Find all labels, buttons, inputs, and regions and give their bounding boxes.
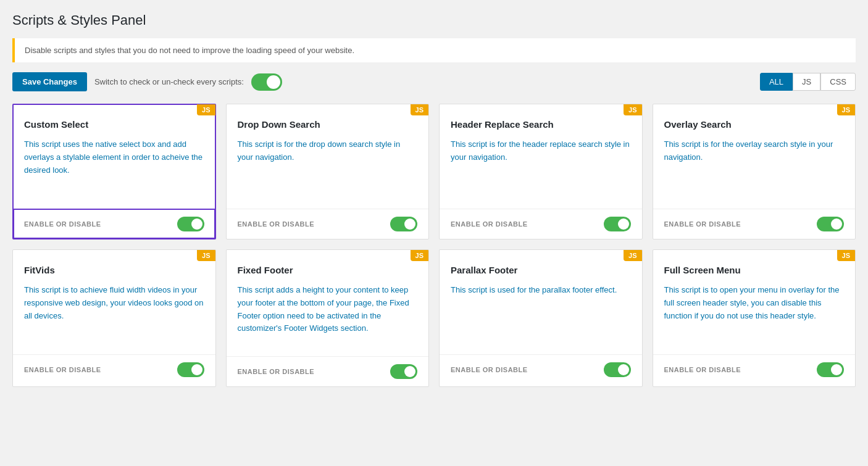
switch-label: Switch to check or un-check every script… xyxy=(94,77,244,86)
card-title-drop-down-search: Drop Down Search xyxy=(238,119,418,130)
toggle-slider-fixed-footer xyxy=(390,364,417,379)
filter-js-button[interactable]: JS xyxy=(793,73,820,91)
card-inner: JS Drop Down Search This script is for t… xyxy=(227,104,429,209)
card-title-header-replace-search: Header Replace Search xyxy=(451,119,631,130)
card-desc-drop-down-search: This script is for the drop down search … xyxy=(238,138,418,188)
global-toggle-slider xyxy=(251,73,282,91)
card-badge-full-screen-menu: JS xyxy=(837,250,855,261)
card-inner: JS Full Screen Menu This script is to op… xyxy=(653,250,856,354)
enable-label-parallax-footer: ENABLE OR DISABLE xyxy=(451,366,528,373)
toggle-slider-parallax-footer xyxy=(604,362,631,377)
card-badge-fitvids: JS xyxy=(197,250,215,261)
card-badge-header-replace-search: JS xyxy=(624,104,641,115)
toggle-drop-down-search[interactable] xyxy=(390,217,417,231)
cards-grid: JS Custom Select This script uses the na… xyxy=(12,104,856,387)
toolbar-left: Save Changes Switch to check or un-check… xyxy=(12,72,282,91)
card-footer-parallax-footer: ENABLE OR DISABLE xyxy=(440,354,642,385)
notice-text: Disable scripts and styles that you do n… xyxy=(25,46,354,55)
card-custom-select: JS Custom Select This script uses the na… xyxy=(12,104,216,239)
toolbar: Save Changes Switch to check or un-check… xyxy=(12,72,856,91)
toggle-fitvids[interactable] xyxy=(177,362,204,377)
toggle-slider-custom-select xyxy=(177,217,204,231)
enable-label-fixed-footer: ENABLE OR DISABLE xyxy=(238,368,315,375)
card-badge-custom-select: JS xyxy=(197,104,215,115)
card-desc-parallax-footer: This script is used for the parallax foo… xyxy=(451,284,631,333)
card-desc-fitvids: This script is to achieve fluid width vi… xyxy=(24,284,204,333)
card-title-custom-select: Custom Select xyxy=(24,119,204,130)
card-inner: JS Header Replace Search This script is … xyxy=(440,104,642,209)
card-title-full-screen-menu: Full Screen Menu xyxy=(664,265,845,275)
card-full-screen-menu: JS Full Screen Menu This script is to op… xyxy=(653,249,856,387)
enable-label-header-replace-search: ENABLE OR DISABLE xyxy=(451,220,528,228)
toggle-slider-overlay-search xyxy=(817,217,844,231)
save-button[interactable]: Save Changes xyxy=(12,72,87,91)
card-desc-overlay-search: This script is for the overlay search st… xyxy=(664,138,845,188)
card-fitvids: JS FitVids This script is to achieve flu… xyxy=(12,249,216,387)
card-inner: JS Fixed Footer This script adds a heigh… xyxy=(227,250,429,356)
card-badge-overlay-search: JS xyxy=(837,104,855,115)
card-footer-overlay-search: ENABLE OR DISABLE xyxy=(653,209,856,239)
card-badge-fixed-footer: JS xyxy=(411,250,428,261)
filter-group: ALL JS CSS xyxy=(760,73,856,91)
enable-label-custom-select: ENABLE OR DISABLE xyxy=(24,220,101,228)
card-footer-custom-select: ENABLE OR DISABLE xyxy=(13,209,215,239)
card-title-fitvids: FitVids xyxy=(24,265,204,275)
card-footer-full-screen-menu: ENABLE OR DISABLE xyxy=(653,354,856,385)
filter-all-button[interactable]: ALL xyxy=(760,73,793,91)
card-footer-fitvids: ENABLE OR DISABLE xyxy=(13,354,215,385)
enable-label-drop-down-search: ENABLE OR DISABLE xyxy=(238,220,315,228)
card-parallax-footer: JS Parallax Footer This script is used f… xyxy=(439,249,643,387)
card-title-parallax-footer: Parallax Footer xyxy=(451,265,631,275)
toggle-custom-select[interactable] xyxy=(177,217,204,231)
card-title-fixed-footer: Fixed Footer xyxy=(238,265,418,275)
page-title: Scripts & Styles Panel xyxy=(12,12,856,28)
card-inner: JS Custom Select This script uses the na… xyxy=(13,104,215,209)
enable-label-fitvids: ENABLE OR DISABLE xyxy=(24,366,101,373)
toggle-slider-full-screen-menu xyxy=(817,362,844,377)
card-fixed-footer: JS Fixed Footer This script adds a heigh… xyxy=(226,249,430,387)
toggle-slider-header-replace-search xyxy=(604,217,631,231)
card-footer-drop-down-search: ENABLE OR DISABLE xyxy=(227,209,429,239)
card-header-replace-search: JS Header Replace Search This script is … xyxy=(439,104,643,239)
card-badge-parallax-footer: JS xyxy=(624,250,641,261)
global-toggle[interactable] xyxy=(251,73,282,91)
card-desc-header-replace-search: This script is for the header replace se… xyxy=(451,138,631,188)
card-footer-fixed-footer: ENABLE OR DISABLE xyxy=(227,356,429,386)
card-desc-custom-select: This script uses the native select box a… xyxy=(24,138,204,188)
toggle-full-screen-menu[interactable] xyxy=(817,362,844,377)
toggle-fixed-footer[interactable] xyxy=(390,364,417,379)
card-title-overlay-search: Overlay Search xyxy=(664,119,845,130)
card-inner: JS Parallax Footer This script is used f… xyxy=(440,250,642,354)
card-footer-header-replace-search: ENABLE OR DISABLE xyxy=(440,209,642,239)
notice-bar: Disable scripts and styles that you do n… xyxy=(12,38,856,62)
toggle-overlay-search[interactable] xyxy=(817,217,844,231)
toggle-slider-drop-down-search xyxy=(390,217,417,231)
card-badge-drop-down-search: JS xyxy=(411,104,428,115)
card-desc-full-screen-menu: This script is to open your menu in over… xyxy=(664,284,845,333)
card-inner: JS FitVids This script is to achieve flu… xyxy=(13,250,215,354)
toggle-header-replace-search[interactable] xyxy=(604,217,631,231)
filter-css-button[interactable]: CSS xyxy=(820,73,856,91)
card-desc-fixed-footer: This script adds a height to your conten… xyxy=(238,284,418,335)
enable-label-overlay-search: ENABLE OR DISABLE xyxy=(664,220,741,228)
card-inner: JS Overlay Search This script is for the… xyxy=(653,104,856,209)
toggle-parallax-footer[interactable] xyxy=(604,362,631,377)
toggle-slider-fitvids xyxy=(177,362,204,377)
enable-label-full-screen-menu: ENABLE OR DISABLE xyxy=(664,366,741,373)
card-overlay-search: JS Overlay Search This script is for the… xyxy=(653,104,856,239)
card-drop-down-search: JS Drop Down Search This script is for t… xyxy=(226,104,430,239)
